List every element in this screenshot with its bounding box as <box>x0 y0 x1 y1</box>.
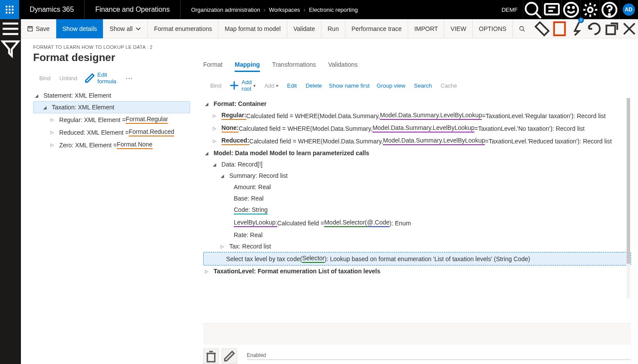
map-base[interactable]: Base: Real <box>203 193 631 204</box>
office-icon[interactable] <box>551 19 568 38</box>
import-label: IMPORT <box>414 25 438 32</box>
view-button[interactable]: VIEW <box>444 19 473 38</box>
collapse-icon[interactable]: ◢ <box>211 162 218 167</box>
popout-icon[interactable] <box>603 19 621 38</box>
options-button[interactable]: OPTIONS <box>473 19 513 38</box>
validate-button[interactable]: Validate <box>287 19 322 38</box>
expand-icon[interactable]: ▷ <box>211 126 218 131</box>
edit-formula-button[interactable]: Edit formula <box>84 71 116 85</box>
collapse-icon[interactable]: ◢ <box>203 102 210 106</box>
bottom-bar: Enabled <box>203 345 631 364</box>
expand-icon[interactable]: ▷ <box>49 130 56 135</box>
waffle-icon[interactable] <box>0 0 19 19</box>
smile-icon[interactable] <box>561 0 580 19</box>
show-details-button[interactable]: Show details <box>56 19 103 38</box>
collapse-icon[interactable]: ◢ <box>203 151 210 156</box>
tab-mapping[interactable]: Mapping <box>235 61 260 72</box>
tree-reduced[interactable]: ▷ Reduced: XML Element = Format.Reduced <box>33 126 190 139</box>
tab-validations[interactable]: Validations <box>328 61 358 72</box>
add-button[interactable]: Add▾ <box>263 82 278 89</box>
group-view-button[interactable]: Group view <box>377 82 406 89</box>
svg-rect-2 <box>12 6 14 7</box>
collapse-icon[interactable]: ◢ <box>219 173 226 178</box>
toolbar-search-icon[interactable] <box>513 19 531 38</box>
edit-button[interactable]: Edit <box>285 82 297 89</box>
org-label[interactable]: DEMF <box>496 7 523 13</box>
map-rate[interactable]: Rate: Real <box>203 229 631 241</box>
svg-point-15 <box>568 7 570 8</box>
map-format-button[interactable]: Map format to model <box>218 19 287 38</box>
unbind-button[interactable]: Unbind <box>58 75 77 82</box>
crumb-1[interactable]: Workspaces <box>269 7 300 13</box>
show-name-label: Show name first <box>329 82 369 89</box>
tree-zero[interactable]: ▷ Zero: XML Element = Format.None <box>33 139 190 151</box>
expand-icon[interactable]: ▷ <box>203 269 210 274</box>
map-reduced[interactable]: ▷ Reduced: Calculated field = WHERE(Mode… <box>203 135 631 147</box>
app-name-label[interactable]: Finance and Operations <box>85 0 181 19</box>
search-icon[interactable] <box>523 0 542 19</box>
tree-taxation[interactable]: ◢ Taxation: XML Element <box>33 101 190 113</box>
map-code[interactable]: Code: String <box>203 204 631 217</box>
map-none[interactable]: ▷ None: Calculated field = WHERE(Model.D… <box>203 122 631 135</box>
expand-icon[interactable]: ▷ <box>49 143 56 147</box>
performance-trace-button[interactable]: Performance trace <box>345 19 408 38</box>
show-all-button[interactable]: Show all <box>103 19 148 38</box>
expand-icon[interactable]: ▷ <box>49 117 56 122</box>
map-tax[interactable]: ▷ Tax: Record list <box>203 241 631 252</box>
run-button[interactable]: Run <box>321 19 345 38</box>
bottom-spacer <box>203 323 631 345</box>
map-format-container[interactable]: ◢ Format: Container <box>203 98 631 109</box>
expand-icon[interactable]: ▷ <box>211 113 218 118</box>
hamburger-icon[interactable] <box>0 19 21 38</box>
map-label: Model.Data.Summary.LevelByLookup <box>383 137 485 145</box>
scroll-thumb[interactable] <box>627 98 630 264</box>
delete-button[interactable]: Delete <box>304 82 322 89</box>
attach-icon[interactable] <box>533 19 551 38</box>
map-levelbylookup[interactable]: LevelByLookup: Calculated field = Model.… <box>203 217 631 229</box>
filter-icon[interactable] <box>0 38 21 58</box>
cache-button[interactable]: Cache <box>439 82 457 89</box>
collapse-icon[interactable]: ◢ <box>33 93 40 98</box>
add-root-button[interactable]: Add root▾ <box>229 79 256 92</box>
search-button[interactable]: Search <box>412 82 432 89</box>
show-name-button[interactable]: Show name first <box>329 82 369 89</box>
bind-button[interactable]: Bind <box>38 75 51 82</box>
expand-icon[interactable]: ▷ <box>219 244 226 249</box>
enabled-input[interactable] <box>247 359 631 360</box>
map-model[interactable]: ◢ Model: Data model Model to learn param… <box>203 147 631 159</box>
crumb-0[interactable]: Organization administration <box>191 7 260 13</box>
map-data[interactable]: ◢ Data: Record[!] <box>203 159 631 170</box>
r-bind-button[interactable]: Bind <box>208 82 222 89</box>
tree-statement[interactable]: ◢ Statement: XML Element <box>33 90 190 101</box>
map-amount[interactable]: Amount: Real <box>203 181 631 193</box>
import-button[interactable]: IMPORT <box>408 19 444 38</box>
expand-icon[interactable]: ▷ <box>211 139 218 143</box>
refresh-icon[interactable] <box>586 19 603 38</box>
tab-transformations[interactable]: Transformations <box>272 61 316 72</box>
format-enumerations-button[interactable]: Format enumerations <box>148 19 218 38</box>
map-taxlevel[interactable]: ▷ TaxationLevel: Format enumeration List… <box>203 265 631 277</box>
add-root-label: Add root <box>242 79 252 92</box>
save-button[interactable]: Save <box>21 19 56 38</box>
pencil-icon[interactable] <box>222 348 237 364</box>
chevron-down-icon: ▾ <box>276 83 278 88</box>
gear-icon[interactable] <box>580 0 600 19</box>
close-icon[interactable] <box>621 19 638 38</box>
more-icon[interactable]: ··· <box>123 75 136 82</box>
tree-label: Zero: XML Element = <box>59 142 117 149</box>
trash-icon[interactable] <box>203 348 219 364</box>
notifications-icon[interactable]: 0 <box>568 19 586 38</box>
map-summary[interactable]: ◢ Summary: Record list <box>203 170 631 181</box>
tree-regular[interactable]: ▷ Regular: XML Element = Format.Regular <box>33 113 190 126</box>
map-label: Tax: Record list <box>229 243 271 250</box>
user-avatar[interactable]: AD <box>619 0 638 19</box>
scrollbar[interactable] <box>627 98 630 299</box>
messages-icon[interactable] <box>542 0 561 19</box>
map-selector[interactable]: Select tax level by tax code(Selector): … <box>203 252 631 265</box>
brand-label[interactable]: Dynamics 365 <box>19 0 85 19</box>
map-regular[interactable]: ▷ Regular: Calculated field = WHERE(Mode… <box>203 109 631 122</box>
help-icon[interactable] <box>600 0 619 19</box>
crumb-2[interactable]: Electronic reporting <box>309 7 358 13</box>
collapse-icon[interactable]: ◢ <box>41 105 48 110</box>
tab-format[interactable]: Format <box>203 61 222 72</box>
